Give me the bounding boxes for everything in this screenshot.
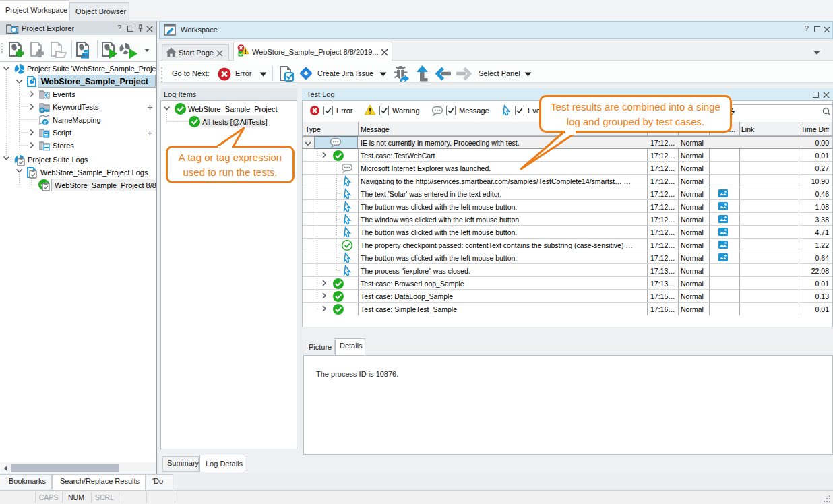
svg-text:17:12…: 17:12… [650, 152, 675, 160]
svg-text:The text 'Solar' was entered i: The text 'Solar' was entered in the text… [361, 190, 501, 198]
svg-text:Normal: Normal [681, 254, 704, 262]
svg-text:Time Diff: Time Diff [801, 125, 830, 133]
svg-text:+: + [147, 101, 153, 113]
svg-text:CAPS: CAPS [39, 493, 59, 501]
svg-text:17:12…: 17:12… [650, 190, 675, 198]
svg-text:0.64: 0.64 [815, 254, 830, 262]
svg-text:Normal: Normal [681, 292, 704, 301]
svg-text:Normal: Normal [681, 267, 704, 275]
svg-text:0.01: 0.01 [815, 305, 830, 313]
svg-text:17:15…: 17:15… [650, 292, 675, 301]
svg-text:WebStore_Sample_Project: WebStore_Sample_Project [41, 77, 149, 86]
svg-text:4.71: 4.71 [815, 228, 830, 237]
svg-text:17:13…: 17:13… [650, 267, 675, 275]
svg-text:SCRL: SCRL [95, 493, 114, 501]
svg-text:Normal: Normal [681, 228, 704, 237]
svg-text:Message: Message [459, 106, 489, 115]
svg-text:Normal: Normal [681, 152, 704, 160]
svg-text:Normal: Normal [681, 177, 704, 185]
svg-text:The button was clicked with th: The button was clicked with the left mou… [361, 228, 517, 237]
svg-text:22.08: 22.08 [811, 267, 829, 275]
svg-text:Navigating to the http://servi: Navigating to the http://services.smartb… [361, 177, 631, 185]
svg-text:Normal: Normal [681, 241, 704, 249]
svg-text:KeywordTests: KeywordTests [53, 103, 99, 111]
svg-text:NameMapping: NameMapping [53, 116, 101, 124]
svg-text:WebStore_Sample_Project Logs: WebStore_Sample_Project Logs [40, 168, 148, 177]
svg-text:Normal: Normal [681, 164, 704, 172]
svg-text:The window was clicked with th: The window was clicked with the left mou… [361, 216, 521, 224]
svg-text:0.46: 0.46 [815, 190, 830, 198]
svg-text:Test case: BrowserLoop_Sample: Test case: BrowserLoop_Sample [361, 280, 464, 288]
svg-text:10.90: 10.90 [811, 177, 829, 185]
svg-text:Normal: Normal [681, 216, 704, 224]
svg-text:17:12…: 17:12… [650, 228, 675, 237]
svg-text:Test case: SimpleTest_Sample: Test case: SimpleTest_Sample [361, 305, 457, 313]
svg-text:Normal: Normal [681, 203, 704, 211]
svg-text:IE is not currently in memory.: IE is not currently in memory. Proceedin… [361, 139, 520, 147]
svg-text:Events: Events [53, 90, 75, 98]
svg-text:17:12…: 17:12… [650, 216, 675, 224]
svg-text:17:12…: 17:12… [650, 254, 675, 262]
svg-text:Project Suite 'WebStore_Sample: Project Suite 'WebStore_Sample_Projec [27, 65, 156, 73]
svg-text:17:12…: 17:12… [650, 203, 675, 211]
svg-text:Project Suite Logs: Project Suite Logs [28, 156, 88, 164]
svg-text:Type: Type [305, 125, 321, 133]
svg-text:17:12…: 17:12… [650, 177, 675, 185]
svg-text:Normal: Normal [681, 190, 704, 198]
svg-text:+: + [147, 127, 153, 138]
svg-text:17:16…: 17:16… [650, 305, 675, 313]
svg-text:17:12…: 17:12… [650, 164, 675, 172]
svg-text:The property checkpoint passed: The property checkpoint passed: contentT… [361, 241, 633, 249]
svg-text:Normal: Normal [681, 139, 704, 147]
svg-text:Test case: TestWebCart: Test case: TestWebCart [361, 152, 435, 160]
svg-text:Error: Error [336, 106, 353, 115]
svg-text:0.27: 0.27 [815, 164, 830, 172]
svg-text:3.38: 3.38 [815, 216, 830, 224]
svg-text:Stores: Stores [53, 141, 74, 150]
svg-text:Microsoft Internet Explorer wa: Microsoft Internet Explorer was launched… [361, 164, 491, 172]
svg-text:The process "iexplore" was clo: The process "iexplore" was closed. [361, 267, 470, 275]
svg-text:0.01: 0.01 [815, 280, 830, 288]
svg-text:Warning: Warning [392, 106, 420, 115]
svg-text:Message: Message [361, 125, 390, 133]
svg-text:1.08: 1.08 [815, 203, 830, 211]
svg-text:The button was clicked with th: The button was clicked with the left mou… [361, 203, 517, 211]
svg-text:The button was clicked with th: The button was clicked with the left mou… [361, 254, 517, 262]
svg-text:Test case: DataLoop_Sample: Test case: DataLoop_Sample [361, 292, 453, 301]
svg-text:17:12…: 17:12… [650, 241, 675, 249]
svg-text:WebStore_Sample_Project 8/8/2: WebStore_Sample_Project 8/8/2 [55, 181, 156, 189]
svg-text:1.22: 1.22 [815, 241, 830, 249]
svg-text:Normal: Normal [681, 280, 704, 288]
svg-text:17:13…: 17:13… [650, 280, 675, 288]
svg-text:0.13: 0.13 [815, 292, 830, 301]
svg-text:NUM: NUM [68, 493, 84, 501]
svg-text:Link: Link [741, 125, 755, 133]
svg-text:Script: Script [53, 129, 71, 137]
svg-text:0.00: 0.00 [815, 139, 830, 147]
svg-text:Normal: Normal [681, 305, 704, 313]
svg-text:17:12…: 17:12… [650, 139, 675, 147]
svg-text:WebStore_Sample_Project: WebStore_Sample_Project [188, 105, 277, 113]
svg-text:0.01: 0.01 [815, 152, 830, 160]
